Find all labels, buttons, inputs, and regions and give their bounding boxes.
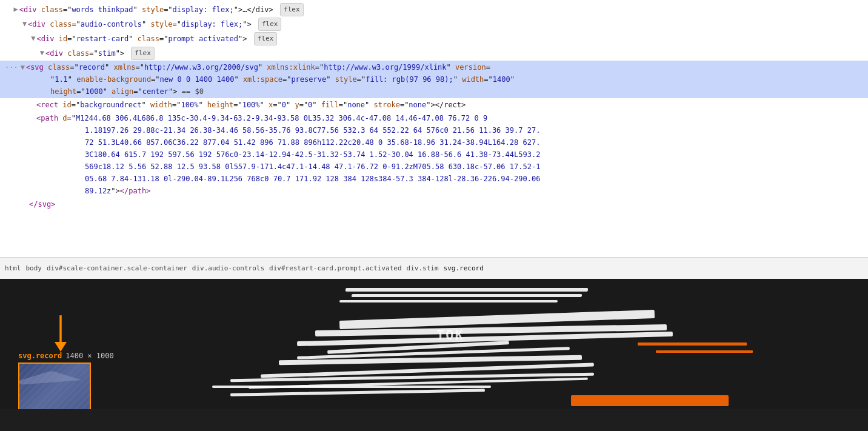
attr-name: fill [321,101,339,109]
attr-name: stroke [374,101,400,109]
attr-name: y [295,101,299,109]
triangle-down: ▼ [31,32,35,44]
tooltip-label: svg.record 1400 × 1000 [18,352,114,360]
attr-name: width [462,75,484,84]
content-line [339,300,558,302]
line-content: </svg> [29,198,55,210]
attr-value: preserve [291,75,326,84]
content-line [352,294,583,297]
webpage-preview-section: TOK svg.record [0,279,868,409]
attr-value: new 0 0 1400 1400 [160,75,235,84]
flex-badge: flex [280,3,304,16]
attr-value: display: flex; [181,20,242,28]
attr-name: id [59,35,67,43]
tree-line[interactable]: ▼ <div class="stim"> flex [0,46,868,61]
line-content: <div class="audio-controls" style="displ… [28,18,281,31]
attr-value: words thinkpad [72,5,133,14]
breadcrumb-audio[interactable]: div.audio-controls [192,264,264,272]
orange-line [656,350,753,353]
breadcrumb-restart[interactable]: div#restart-card.prompt.activated [269,264,402,272]
orange-bar [571,395,729,406]
flex-badge: flex [131,47,155,60]
flex-badge: flex [258,18,282,31]
attr-name: enable-background [76,75,151,84]
tag-close: </svg> [29,200,55,209]
element-preview-box [18,363,91,409]
attr-name: style [335,75,357,84]
devtools-panel: ▶ <div class="words thinkpad" style="dis… [0,0,868,279]
arrow-shaft [59,315,62,342]
attr-value: center [142,87,169,96]
attr-name: d [62,114,67,122]
arrow-indicator [55,315,67,352]
dom-tree: ▶ <div class="words thinkpad" style="dis… [0,0,868,213]
tooltip-size: 1400 × 1000 [65,352,113,360]
attr-name: width [150,101,172,109]
breadcrumb-stim[interactable]: div.stim [407,264,439,272]
attr-name: style [142,5,164,14]
tag-open: <div [37,35,59,43]
attr-value: 72 51.3L40.66 857.06C36.22 877.04 51.42 … [85,138,540,147]
attr-value: 89.12z [85,187,111,195]
triangle-down: ▼ [22,18,27,30]
webpage-preview: TOK svg.record [0,279,868,409]
orange-line [638,342,747,346]
indent [5,32,31,44]
triangle-down: ▼ [21,61,25,73]
attr-value: 1.18197.26 29.88c-21.34 26.38-34.46 58.5… [85,126,540,135]
attr-value: 0 [282,101,286,109]
attr-value: none [347,101,365,109]
attr-value: http://www.w3.org/2000/svg [144,63,258,72]
breadcrumb-bar: html body div#scale-container.scale-cont… [0,257,868,279]
attr-name: version [455,63,486,72]
attr-value: backgroundrect [80,101,141,109]
preview-svg [19,364,90,409]
attr-value: display: flex; [173,5,234,14]
line-content: <path d="M1244.68 306.4L686.8 135c-30.4-… [36,112,540,197]
attr-name: align [112,87,133,96]
tree-line[interactable]: </svg> [0,198,868,211]
tree-line[interactable]: <path d="M1244.68 306.4L686.8 135c-30.4-… [0,112,868,198]
breadcrumb-html[interactable]: html [5,264,21,272]
attr-name: height [207,101,233,109]
page-text: TOK [436,327,464,342]
attr-value: http://www.w3.org/1999/xlink [324,63,446,72]
triangle-down: ▼ [40,47,44,59]
tooltip-tag: svg.record [18,352,62,360]
tree-line[interactable]: ▶ <div class="words thinkpad" style="dis… [0,2,868,17]
arrow-head [55,342,67,352]
attr-name: xmlns:xlink [267,63,315,72]
attr-value: 569c18.12 5.56 52.88 12.5 93.58 0l557.9-… [85,162,540,171]
arrow-down [55,315,67,352]
attr-value: stim [98,49,116,58]
breadcrumb-body[interactable]: body [26,264,42,272]
attr-name: xml:space [243,75,282,84]
attr-value: 100% [181,101,198,109]
tag-open: <div [45,49,67,58]
attr-value: 1400 [493,75,510,84]
line-content: <div id="restart-card" class="prompt act… [37,32,278,45]
attr-name: class [138,35,159,43]
line-content: <rect id="backgroundrect" width="100%" h… [36,99,466,111]
selected-tree-line[interactable]: ··· ▼ <svg class="record" xmlns="http://… [0,61,868,98]
element-tooltip: svg.record 1400 × 1000 Press Enter Key [18,309,114,409]
line-content: <svg class="record" xmlns="http://www.w3… [26,61,515,98]
attr-name: height [50,87,76,96]
tag-open: <div [28,20,50,28]
attr-name: class [48,63,70,72]
dots: ··· [5,61,18,73]
tag-open: <path [36,114,62,122]
attr-value: M1244.68 306.4L686.8 135c-30.4-9.34-63.2… [76,114,487,122]
breadcrumb-scale[interactable]: div#scale-container.scale-container [47,264,187,272]
breadcrumb-svg[interactable]: svg.record [444,264,484,272]
indent [5,18,22,30]
tag-open: <rect [36,101,62,109]
triangle-right: ▶ [13,3,18,15]
dom-ref: == $0 [182,87,204,96]
tree-line[interactable]: <rect id="backgroundrect" width="100%" h… [0,98,868,112]
attr-name: xmlns [113,63,135,72]
flex-badge: flex [254,32,278,45]
tag-open: <div [19,5,41,14]
tree-line[interactable]: ▼ <div class="audio-controls" style="dis… [0,17,868,32]
tree-line[interactable]: ▼ <div id="restart-card" class="prompt a… [0,32,868,46]
